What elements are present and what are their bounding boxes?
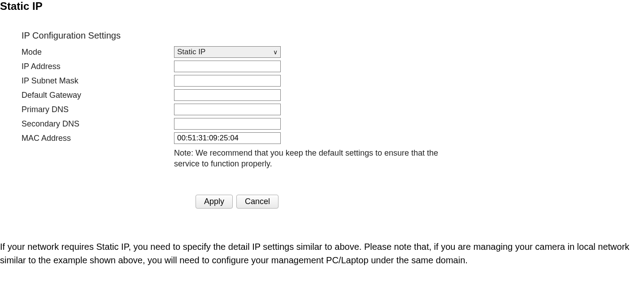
chevron-down-icon: ∨ — [273, 49, 278, 55]
mac-address-label: MAC Address — [22, 132, 174, 143]
mac-address-row: MAC Address — [22, 132, 644, 144]
ip-address-row: IP Address — [22, 61, 644, 72]
ip-address-input[interactable] — [174, 61, 281, 72]
secondary-dns-label: Secondary DNS — [22, 118, 174, 129]
mode-label: Mode — [22, 46, 174, 57]
note-row: Note: We recommend that you keep the def… — [22, 147, 644, 170]
secondary-dns-input[interactable] — [174, 118, 281, 130]
default-gateway-input[interactable] — [174, 89, 281, 101]
primary-dns-row: Primary DNS — [22, 104, 644, 115]
secondary-dns-row: Secondary DNS — [22, 118, 644, 130]
default-gateway-row: Default Gateway — [22, 89, 644, 101]
settings-heading: IP Configuration Settings — [22, 30, 644, 41]
mac-address-input[interactable] — [174, 132, 281, 144]
ip-subnet-mask-input[interactable] — [174, 75, 281, 87]
mode-dropdown[interactable]: Static IP ∨ — [174, 46, 281, 58]
primary-dns-input[interactable] — [174, 104, 281, 115]
body-paragraph: If your network requires Static IP, you … — [0, 240, 641, 267]
page-title: Static IP — [0, 0, 644, 13]
cancel-button[interactable]: Cancel — [236, 195, 278, 209]
button-row: Apply Cancel — [196, 195, 644, 209]
ip-configuration-settings: IP Configuration Settings Mode Static IP… — [22, 30, 644, 209]
default-gateway-label: Default Gateway — [22, 89, 174, 100]
ip-address-label: IP Address — [22, 61, 174, 71]
ip-subnet-mask-row: IP Subnet Mask — [22, 75, 644, 87]
mode-row: Mode Static IP ∨ — [22, 46, 644, 58]
primary-dns-label: Primary DNS — [22, 104, 174, 114]
mode-dropdown-value: Static IP — [177, 48, 205, 57]
apply-button[interactable]: Apply — [196, 195, 233, 209]
ip-subnet-mask-label: IP Subnet Mask — [22, 75, 174, 86]
note-text: Note: We recommend that you keep the def… — [174, 148, 452, 170]
